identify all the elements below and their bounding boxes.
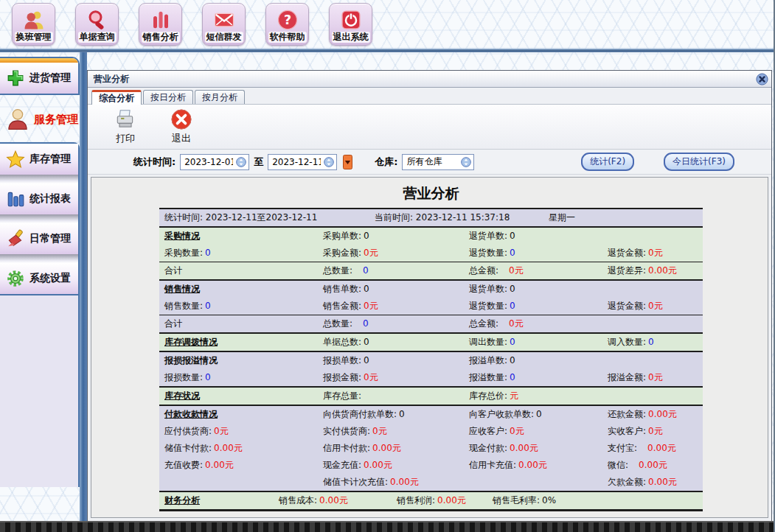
table-row: 报损数量:0报损金额:0元报溢数量:0报溢金额:0元: [159, 369, 703, 386]
table-row: 销售情况销售单数:0退货单数:0: [159, 281, 703, 298]
section-title-cell: 库存状况: [159, 390, 318, 402]
topbar-button-label: 单据查询: [78, 32, 117, 43]
report-current-time: 当前时间: 2023-12-11 15:37:18: [369, 211, 543, 224]
data-cell: 退货数量:0: [464, 300, 602, 312]
data-cell: 库存总价:元: [464, 390, 602, 402]
date-to-input[interactable]: [272, 157, 321, 167]
data-cell: 向供货商付款单数:0: [318, 408, 464, 421]
data-cell: 现金付款:0.00元: [464, 442, 602, 455]
data-cell: 销售金额:0元: [318, 300, 464, 312]
data-cell: 向客户收款单数:0: [464, 408, 602, 421]
tab-3[interactable]: 按月分析: [195, 90, 245, 104]
data-cell: 销售单数:0: [318, 283, 464, 295]
topbar-button-2[interactable]: 单据查询: [75, 3, 119, 46]
report-section: 库存状况库存总量:库存总价:元: [159, 388, 703, 406]
section-title-cell: 报损报溢情况: [159, 354, 318, 367]
date-preset-dropdown-icon[interactable]: [343, 155, 352, 169]
table-row: 储值卡付款:0.00元信用卡付款:0.00元现金付款:0.00元支付宝:0.00…: [159, 440, 703, 457]
tab-strip: 综合分析按日分析按月分析: [88, 88, 771, 105]
date-from-spinner-icon[interactable]: [236, 157, 246, 167]
tab-1[interactable]: 综合分析: [91, 90, 142, 105]
sidebar-item-1[interactable]: 进货管理: [0, 63, 78, 94]
magnifier-icon: [86, 9, 108, 31]
warehouse-input[interactable]: [406, 157, 458, 167]
warehouse-label: 仓库:: [375, 155, 397, 169]
report-weekday: 星期一: [543, 211, 703, 224]
data-cell: 采购单数:0: [318, 230, 464, 242]
report-period: 统计时间: 2023-12-11至2023-12-11: [159, 211, 369, 224]
data-cell: 还款金额:0.00元: [602, 408, 703, 421]
table-row: 财务分析销售成本:0.00元销售利润:0.00元销售毛利率:0%: [159, 492, 703, 509]
window-toolbar: 打印 退出: [88, 105, 771, 150]
sidebar-item-2[interactable]: 服务管理: [0, 101, 80, 138]
sidebar-separator: [0, 214, 78, 223]
data-cell: 合计: [159, 318, 318, 330]
report-section: 库存调拨情况单据总数:0调出数量:0调入数量:0: [159, 334, 703, 352]
topbar-button-label: 短信群发: [205, 32, 243, 43]
exit-button[interactable]: 退出: [160, 108, 203, 145]
print-button[interactable]: 打印: [104, 108, 147, 145]
table-row: 报损报溢情况报损单数:0报溢单数:0: [159, 352, 703, 369]
date-to-spinner-icon[interactable]: [324, 157, 334, 167]
window-title: 营业分析: [94, 73, 129, 85]
topbar-button-3[interactable]: 销售分析: [139, 3, 182, 46]
data-cell: 退货金额:0元: [602, 247, 703, 259]
topbar-button-4[interactable]: 短信群发: [202, 3, 246, 46]
sidebar-item-3[interactable]: 库存管理: [0, 144, 78, 175]
data-cell: 调出数量:0: [464, 336, 602, 349]
tab-2[interactable]: 按日分析: [143, 90, 193, 104]
data-cell: 报损单数:0: [318, 354, 464, 367]
report-section: 报损报溢情况报损单数:0报溢单数:0报损数量:0报损金额:0元报溢数量:0报溢金…: [159, 352, 703, 388]
topbar-button-1[interactable]: 换班管理: [12, 3, 55, 46]
sidebar: 进货管理 服务管理 库存管理统计报表日常管理系统设置: [0, 52, 80, 532]
warehouse-spinner-icon[interactable]: [461, 157, 471, 167]
sidebar-item-5[interactable]: 日常管理: [0, 223, 78, 254]
data-cell: 库存总量:: [318, 390, 464, 402]
exit-icon: [170, 108, 192, 130]
topbar-button-label: 销售分析: [142, 32, 180, 43]
sidebar-panel-bottom: 库存管理统计报表日常管理系统设置: [0, 142, 80, 295]
sidebar-filler: [0, 295, 80, 487]
data-cell: 退货单数:0: [464, 230, 602, 242]
data-cell: 充值收费:0.00元: [159, 459, 318, 472]
data-cell: 信用卡充值:0.00元: [464, 459, 602, 472]
data-cell: 应付供货商:0元: [159, 425, 318, 438]
date-from-input[interactable]: [184, 157, 233, 167]
sidebar-panel-top: 进货管理: [0, 57, 80, 95]
data-cell: 报损数量:0: [159, 371, 318, 384]
bar-chart-icon: [150, 9, 172, 31]
report-section: 采购情况采购单数:0退货单数:0采购数量:0采购金额:0元退货数量:0退货金额:…: [159, 228, 703, 281]
topbar-button-label: 软件帮助: [268, 32, 307, 43]
data-cell: 实付供货商:0元: [318, 425, 464, 438]
warehouse-select[interactable]: [402, 154, 474, 170]
sidebar-separator: [0, 254, 78, 263]
help-icon: ?: [277, 9, 299, 31]
data-cell: 退货单数:0: [464, 283, 602, 295]
data-cell: 总数量:0: [318, 318, 464, 330]
data-cell: 报损金额:0元: [318, 371, 464, 384]
sidebar-item-label: 日常管理: [29, 232, 71, 245]
sidebar-item-6[interactable]: 系统设置: [0, 263, 78, 294]
data-cell: 调入数量:0: [602, 336, 703, 349]
brush-icon: [6, 229, 25, 248]
sidebar-item-4[interactable]: 统计报表: [0, 183, 78, 214]
sidebar-separator: [0, 175, 78, 183]
top-toolbar: 换班管理单据查询销售分析短信群发?软件帮助退出系统: [0, 0, 774, 49]
table-row: 库存调拨情况单据总数:0调出数量:0调入数量:0: [159, 334, 703, 351]
report-table: 统计时间: 2023-12-11至2023-12-11 当前时间: 2023-1…: [159, 208, 703, 511]
topbar-button-6[interactable]: 退出系统: [329, 3, 372, 46]
section-title-cell: 付款收款情况: [159, 408, 318, 421]
power-icon: [340, 9, 362, 31]
report-section: 财务分析销售成本:0.00元销售利润:0.00元销售毛利率:0%: [159, 492, 703, 511]
table-row: 采购情况采购单数:0退货单数:0: [159, 228, 703, 245]
table-row: 付款收款情况向供货商付款单数:0向客户收款单数:0还款金额:0.00元: [159, 406, 703, 423]
people-icon: [23, 9, 45, 31]
statistics-button[interactable]: 统计(F2): [581, 153, 634, 171]
star-icon: [6, 150, 25, 169]
today-statistics-button[interactable]: 今日统计(F3): [664, 153, 734, 171]
close-icon[interactable]: [756, 73, 768, 85]
data-cell: 报溢金额:0元: [602, 371, 703, 384]
filter-row: 统计时间: 至 仓库: 统计(F2) 今日统计(F3): [88, 150, 771, 175]
data-cell: 采购金额:0元: [318, 247, 464, 259]
topbar-button-5[interactable]: ?软件帮助: [265, 3, 309, 46]
